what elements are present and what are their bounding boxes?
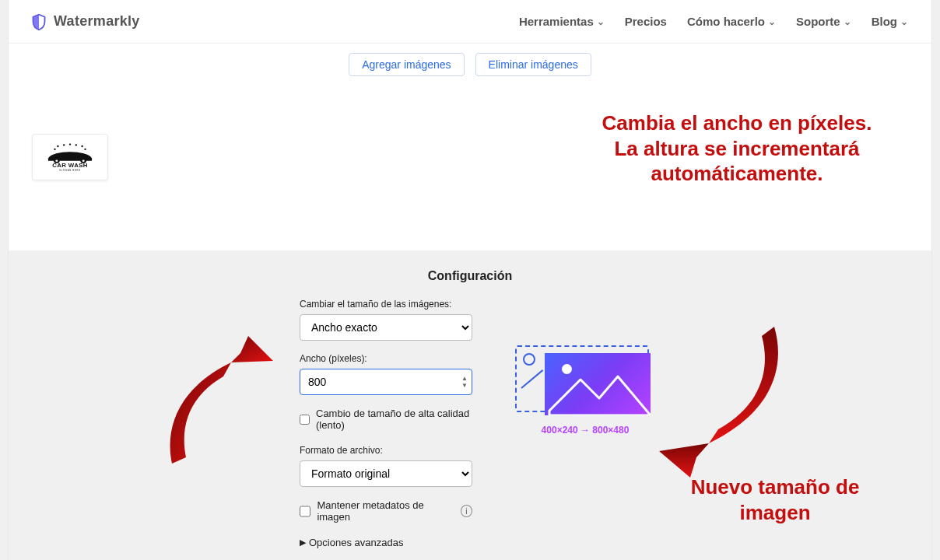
- chevron-down-icon: ⌄: [844, 16, 851, 27]
- nav: Herramientas ⌄ Precios Cómo hacerlo ⌄ So…: [519, 15, 908, 28]
- svg-point-1: [63, 144, 65, 145]
- arrow-left-icon: [156, 333, 281, 457]
- svg-point-5: [54, 149, 55, 150]
- hq-resize-checkbox[interactable]: [300, 414, 310, 425]
- triangle-right-icon: ▶: [300, 537, 306, 548]
- svg-point-0: [57, 145, 58, 147]
- nav-como-label: Cómo hacerlo: [687, 15, 765, 28]
- remove-images-button[interactable]: Eliminar imágenes: [475, 53, 591, 76]
- file-format-label: Formato de archivo:: [300, 445, 472, 456]
- top-header: Watermarkly Herramientas ⌄ Precios Cómo …: [9, 0, 931, 44]
- preview-ring-icon: [523, 353, 535, 366]
- nav-herramientas-label: Herramientas: [519, 15, 594, 28]
- brand-label: Watermarkly: [54, 13, 140, 30]
- info-icon[interactable]: i: [461, 505, 472, 517]
- nav-blog[interactable]: Blog ⌄: [872, 15, 908, 28]
- nav-precios[interactable]: Precios: [625, 15, 667, 28]
- svg-text:CAR WASH: CAR WASH: [52, 162, 88, 169]
- nav-blog-label: Blog: [872, 15, 897, 28]
- file-format-select[interactable]: Formato original: [300, 460, 472, 487]
- svg-point-3: [75, 144, 77, 145]
- arrow-right-icon: [653, 325, 793, 473]
- chevron-down-icon: ⌄: [900, 16, 908, 27]
- advanced-options-toggle[interactable]: ▶ Opciones avanzadas: [300, 537, 472, 548]
- preview-image-icon: [545, 353, 651, 415]
- keep-metadata-label: Mantener metadatos de imagen: [317, 499, 454, 523]
- image-gallery: CAR WASH SLOGAN HERE Cambia el ancho en …: [9, 87, 931, 250]
- shield-icon: [32, 14, 46, 30]
- resize-mode-label: Cambiar el tamaño de las imágenes:: [300, 299, 472, 310]
- resize-preview: 400×240 → 800×480: [503, 339, 667, 436]
- spinner-icon[interactable]: ▲▼: [461, 375, 468, 389]
- keep-metadata-checkbox[interactable]: [300, 506, 310, 517]
- width-label: Ancho (píxeles):: [300, 353, 472, 364]
- svg-text:SLOGAN HERE: SLOGAN HERE: [59, 169, 81, 172]
- svg-point-6: [84, 149, 86, 150]
- chevron-down-icon: ⌄: [768, 16, 776, 27]
- carwash-logo-icon: CAR WASH SLOGAN HERE: [39, 142, 101, 173]
- image-thumbnail[interactable]: CAR WASH SLOGAN HERE: [32, 134, 108, 180]
- config-panel: Configuración Cambiar el tamaño de las i…: [9, 250, 931, 560]
- advanced-options-label: Opciones avanzadas: [309, 537, 403, 548]
- hq-resize-label: Cambio de tamaño de alta calidad (lento): [316, 408, 472, 431]
- nav-soporte[interactable]: Soporte ⌄: [796, 15, 851, 28]
- add-images-button[interactable]: Agregar imágenes: [349, 53, 464, 76]
- config-title: Configuración: [9, 269, 931, 283]
- annotation-bottom: Nuevo tamaño de imagen: [686, 474, 865, 525]
- action-row: Agregar imágenes Eliminar imágenes: [9, 44, 931, 87]
- width-input[interactable]: [300, 369, 472, 395]
- nav-como-hacerlo[interactable]: Cómo hacerlo ⌄: [687, 15, 776, 28]
- brand[interactable]: Watermarkly: [32, 13, 140, 30]
- preview-dimensions: 400×240 → 800×480: [503, 425, 667, 436]
- nav-precios-label: Precios: [625, 15, 667, 28]
- chevron-down-icon: ⌄: [597, 16, 605, 27]
- resize-mode-select[interactable]: Ancho exacto: [300, 314, 472, 341]
- annotation-top: Cambia el ancho en píxeles. La altura se…: [589, 110, 885, 187]
- svg-point-4: [81, 145, 82, 147]
- nav-soporte-label: Soporte: [796, 15, 840, 28]
- nav-herramientas[interactable]: Herramientas ⌄: [519, 15, 605, 28]
- svg-point-2: [69, 143, 71, 145]
